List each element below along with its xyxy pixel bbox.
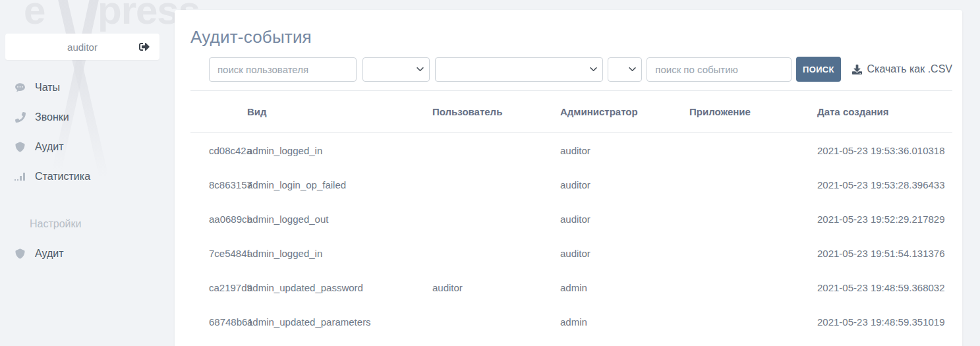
cell-kind: admin_updated_password — [247, 282, 432, 293]
filter-select-1-wrap — [362, 57, 430, 82]
cell-kind: admin_logged_in — [247, 145, 432, 156]
table-body: cd08c42a admin_logged_in auditor 2021-05… — [190, 133, 952, 339]
filter-select-3-wrap — [608, 57, 642, 82]
table-row: cd08c42a admin_logged_in auditor 2021-05… — [190, 133, 952, 167]
cell-id: 8c863157 — [190, 179, 247, 190]
audit-events-table: Вид Пользователь Администратор Приложени… — [190, 91, 952, 339]
cell-created: 2021-05-23 19:48:59.351019 — [817, 316, 952, 328]
table-row: 68748b61 admin_updated_parameters admin … — [190, 304, 952, 339]
cell-id: 68748b61 — [190, 316, 247, 328]
sign-out-icon — [138, 42, 150, 52]
search-button[interactable]: поиск — [796, 57, 840, 82]
cell-created: 2021-05-23 19:48:59.368032 — [817, 282, 952, 293]
cell-created: 2021-05-23 19:53:28.396433 — [817, 179, 952, 190]
cell-created: 2021-05-23 19:51:54.131376 — [817, 248, 952, 259]
logout-button[interactable] — [138, 41, 151, 53]
column-header-kind: Вид — [247, 106, 432, 117]
filter-select-3[interactable] — [608, 57, 642, 82]
audit-events-panel: Аудит-события поиск Скачать как .CSV Вид… — [175, 10, 962, 346]
sidebar-nav: Чаты Звонки Аудит Статистика — [0, 72, 175, 268]
cell-created: 2021-05-23 19:52:29.217829 — [817, 214, 952, 225]
sidebar-item-calls[interactable]: Звонки — [0, 102, 175, 132]
cell-admin: admin — [560, 316, 689, 328]
column-header-created: Дата создания — [817, 106, 952, 117]
cell-admin: auditor — [560, 179, 689, 190]
table-header-row: Вид Пользователь Администратор Приложени… — [190, 91, 952, 133]
sidebar-item-audit[interactable]: Аудит — [0, 132, 175, 161]
sidebar-section-settings: Настройки — [0, 209, 175, 239]
column-header-app: Приложение — [689, 106, 817, 117]
sidebar: e press auditor Чаты — [0, 0, 175, 346]
user-name: auditor — [67, 42, 98, 53]
download-csv-link[interactable]: Скачать как .CSV — [852, 63, 952, 75]
event-search-input[interactable] — [647, 57, 792, 82]
sidebar-item-label: Чаты — [35, 82, 60, 94]
cell-kind: admin_logged_out — [247, 214, 432, 225]
brand-letter-e: e — [24, 0, 45, 30]
download-csv-label: Скачать как .CSV — [867, 63, 952, 75]
table-row: ca2197d9 admin_updated_password auditor … — [190, 270, 952, 304]
filter-bar: поиск Скачать как .CSV — [209, 57, 952, 82]
page-title: Аудит-события — [190, 27, 952, 47]
sidebar-item-label: Аудит — [35, 141, 64, 153]
cell-user: auditor — [432, 282, 560, 293]
sidebar-item-chats[interactable]: Чаты — [0, 72, 175, 102]
sidebar-item-statistics[interactable]: Статистика — [0, 161, 175, 191]
phone-icon — [14, 111, 26, 123]
cell-kind: admin_updated_parameters — [247, 316, 432, 328]
cell-admin: auditor — [560, 145, 689, 156]
column-header-user: Пользователь — [432, 106, 560, 117]
shield-icon — [14, 141, 26, 152]
cell-kind: admin_login_op_failed — [247, 179, 432, 190]
cell-id: ca2197d9 — [190, 282, 247, 293]
filter-select-1[interactable] — [362, 57, 430, 82]
cell-kind: admin_logged_in — [247, 248, 432, 259]
cell-admin: admin — [560, 282, 689, 293]
shield-icon — [14, 248, 26, 259]
sidebar-item-label: Статистика — [35, 171, 90, 183]
cell-id: aa0689cb — [190, 214, 247, 225]
stats-icon — [14, 171, 26, 182]
sidebar-item-label: Звонки — [35, 111, 69, 123]
table-row: 7ce5484f admin_logged_in auditor 2021-05… — [190, 236, 952, 270]
column-header-admin: Администратор — [560, 106, 689, 117]
filter-select-2-wrap — [435, 57, 603, 82]
cell-admin: auditor — [560, 214, 689, 225]
user-card: auditor — [5, 34, 159, 60]
download-icon — [852, 65, 862, 74]
filter-select-2[interactable] — [435, 57, 603, 82]
cell-id: cd08c42a — [190, 145, 247, 156]
cell-created: 2021-05-23 19:53:36.010318 — [817, 145, 952, 156]
table-row: aa0689cb admin_logged_out auditor 2021-0… — [190, 202, 952, 236]
sidebar-item-label: Аудит — [35, 248, 64, 260]
sidebar-item-settings-audit[interactable]: Аудит — [0, 239, 175, 268]
cell-admin: auditor — [560, 248, 689, 259]
cell-id: 7ce5484f — [190, 248, 247, 259]
table-row: 8c863157 admin_login_op_failed auditor 2… — [190, 167, 952, 202]
chat-icon — [14, 82, 26, 93]
user-search-input[interactable] — [209, 57, 357, 82]
